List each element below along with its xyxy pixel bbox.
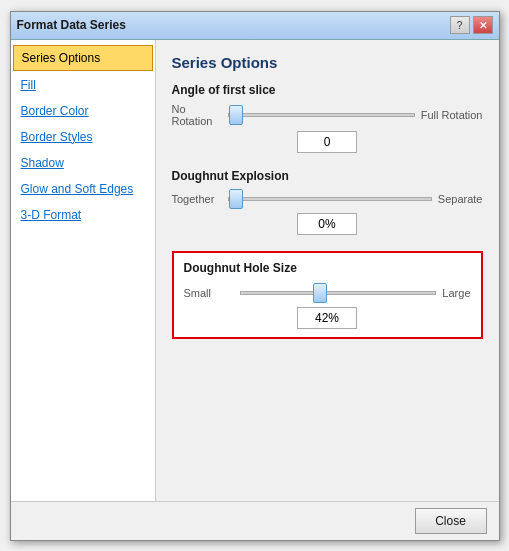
sidebar-item-shadow[interactable]: Shadow	[11, 150, 155, 176]
angle-slider-row: No Rotation Full Rotation	[172, 103, 483, 127]
angle-value-box	[172, 131, 483, 153]
sidebar-item-fill[interactable]: Fill	[11, 72, 155, 98]
sidebar-item-glow-soft-edges[interactable]: Glow and Soft Edges	[11, 176, 155, 202]
angle-label: Angle of first slice	[172, 83, 483, 97]
sidebar-item-series-options[interactable]: Series Options	[13, 45, 153, 71]
explosion-left-label: Together	[172, 193, 222, 205]
hole-right-label: Large	[442, 287, 470, 299]
angle-right-label: Full Rotation	[421, 109, 483, 121]
window-close-button[interactable]: ✕	[473, 16, 493, 34]
angle-slider[interactable]	[228, 113, 415, 117]
help-button[interactable]: ?	[450, 16, 470, 34]
dialog-body: Series Options Fill Border Color Border …	[11, 40, 499, 501]
main-content: Series Options Angle of first slice No R…	[156, 40, 499, 501]
hole-slider-container	[240, 283, 437, 303]
explosion-slider-row: Together Separate	[172, 189, 483, 209]
hole-value-box	[184, 307, 471, 329]
doughnut-explosion-section: Doughnut Explosion Together Separate	[172, 169, 483, 235]
angle-left-label: No Rotation	[172, 103, 222, 127]
explosion-value-box	[172, 213, 483, 235]
dialog-footer: Close	[11, 501, 499, 540]
hole-slider-row: Small Large	[184, 283, 471, 303]
hole-size-slider[interactable]	[240, 291, 437, 295]
angle-of-first-slice-section: Angle of first slice No Rotation Full Ro…	[172, 83, 483, 153]
title-bar-buttons: ? ✕	[450, 16, 493, 34]
hole-value-input[interactable]	[297, 307, 357, 329]
angle-value-input[interactable]	[297, 131, 357, 153]
sidebar-item-border-styles[interactable]: Border Styles	[11, 124, 155, 150]
sidebar: Series Options Fill Border Color Border …	[11, 40, 156, 501]
doughnut-hole-section: Doughnut Hole Size Small Large	[172, 251, 483, 339]
sidebar-item-3d-format[interactable]: 3-D Format	[11, 202, 155, 228]
doughnut-hole-label: Doughnut Hole Size	[184, 261, 471, 275]
angle-slider-container	[228, 105, 415, 125]
explosion-value-input[interactable]	[297, 213, 357, 235]
title-bar-text: Format Data Series	[17, 18, 126, 32]
explosion-slider-container	[228, 189, 432, 209]
sidebar-item-border-color[interactable]: Border Color	[11, 98, 155, 124]
explosion-label: Doughnut Explosion	[172, 169, 483, 183]
explosion-slider[interactable]	[228, 197, 432, 201]
explosion-right-label: Separate	[438, 193, 483, 205]
hole-left-label: Small	[184, 287, 234, 299]
close-button[interactable]: Close	[415, 508, 487, 534]
title-bar: Format Data Series ? ✕	[11, 12, 499, 40]
section-title: Series Options	[172, 54, 483, 71]
dialog-window: Format Data Series ? ✕ Series Options Fi…	[10, 11, 500, 541]
